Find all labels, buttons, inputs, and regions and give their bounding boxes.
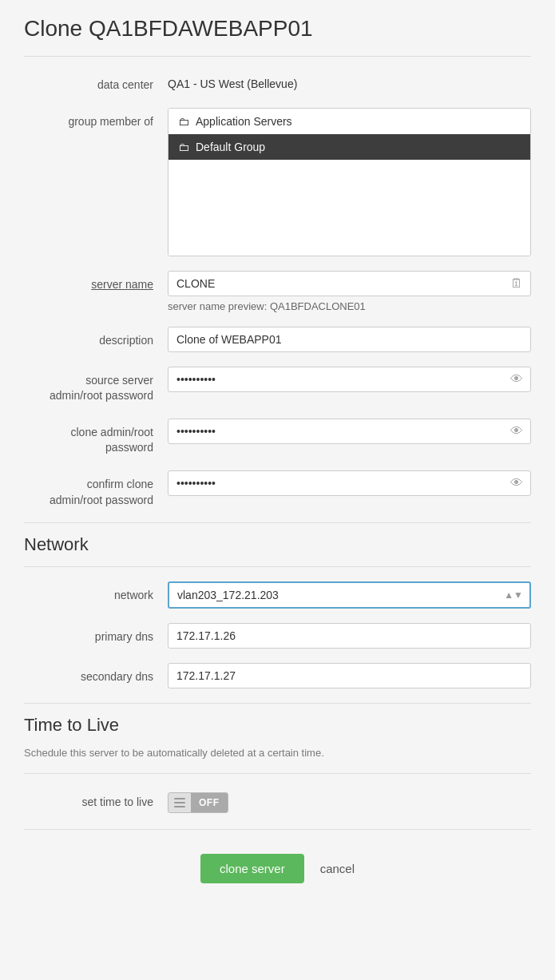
description-label: description [24,327,168,349]
page-title: Clone QA1BFDAWEBAPP01 [24,16,531,42]
group-item-application-servers[interactable]: 🗀 Application Servers [168,109,530,134]
confirm-password-label: confirm clone admin/root password [24,470,168,508]
toggle-bar-2 [174,802,185,803]
confirm-password-row: confirm clone admin/root password 👁 [24,470,531,508]
clone-password-label: clone admin/root password [24,419,168,456]
toggle-wrap: OFF [168,788,531,813]
secondary-dns-row: secondary dns [24,663,531,688]
folder-icon-2: 🗀 [178,141,189,153]
set-ttl-row: set time to live OFF [24,788,531,813]
source-password-wrap: 👁 [168,367,531,392]
ttl-content-divider [24,773,531,774]
secondary-dns-wrap [168,663,531,688]
network-label: network [24,581,168,604]
server-name-input[interactable] [168,271,531,296]
ttl-section: Time to Live Schedule this server to be … [24,715,531,813]
ttl-toggle[interactable]: OFF [168,792,228,813]
form-actions: clone server cancel [24,854,531,883]
calendar-icon[interactable]: 🗓 [510,276,523,291]
actions-divider [24,829,531,830]
set-ttl-label: set time to live [24,788,168,811]
server-name-label[interactable]: server name [24,271,168,293]
cancel-button[interactable]: cancel [320,862,355,875]
group-listbox-empty-space [168,160,530,256]
source-password-input-wrap: 👁 [168,367,531,392]
toggle-bar-3 [174,806,185,807]
toggle-handle [168,795,191,811]
description-wrap [168,327,531,352]
confirm-password-input-wrap: 👁 [168,470,531,496]
group-listbox[interactable]: 🗀 Application Servers 🗀 Default Group [168,108,531,256]
server-name-row: server name 🗓 server name preview: QA1BF… [24,271,531,312]
description-input[interactable] [168,327,531,352]
toggle-bar-1 [174,798,185,799]
secondary-dns-input[interactable] [168,663,531,688]
eye-icon-source[interactable]: 👁 [510,372,523,387]
primary-dns-input[interactable] [168,623,531,649]
eye-icon-clone[interactable]: 👁 [510,424,523,438]
confirm-password-input[interactable] [168,470,531,496]
page-container: Clone QA1BFDAWEBAPP01 data center QA1 - … [0,0,555,915]
network-divider [24,522,531,523]
server-name-preview: server name preview: QA1BFDACLONE01 [168,300,531,312]
network-row: network vlan203_172.21.203 vlan100_172.2… [24,581,531,609]
folder-icon-1: 🗀 [178,115,189,128]
source-password-row: source server admin/root password 👁 [24,367,531,404]
network-section-title: Network [24,534,531,555]
network-select-container: vlan203_172.21.203 vlan100_172.21.100 vl… [168,581,531,609]
network-select[interactable]: vlan203_172.21.203 vlan100_172.21.100 vl… [168,581,531,609]
primary-dns-wrap [168,623,531,649]
clone-password-wrap: 👁 [168,419,531,444]
primary-dns-label: primary dns [24,623,168,645]
ttl-section-title: Time to Live [24,715,531,736]
source-password-label: source server admin/root password [24,367,168,404]
secondary-dns-label: secondary dns [24,663,168,685]
clone-server-button[interactable]: clone server [200,854,304,883]
network-title-divider [24,566,531,567]
primary-dns-row: primary dns [24,623,531,649]
clone-password-input-wrap: 👁 [168,419,531,444]
data-center-label: data center [24,71,168,93]
clone-password-row: clone admin/root password 👁 [24,419,531,456]
network-select-wrap: vlan203_172.21.203 vlan100_172.21.100 vl… [168,581,531,609]
group-member-row: group member of 🗀 Application Servers 🗀 … [24,108,531,256]
group-item-label-2: Default Group [196,141,265,153]
description-row: description [24,327,531,352]
confirm-password-wrap: 👁 [168,470,531,496]
toggle-off-label: OFF [191,793,228,812]
clone-password-input[interactable] [168,419,531,444]
eye-icon-confirm[interactable]: 👁 [510,476,523,490]
server-name-input-wrap: 🗓 [168,271,531,296]
data-center-row: data center QA1 - US West (Bellevue) [24,71,531,93]
group-item-default-group[interactable]: 🗀 Default Group [168,134,530,160]
source-password-input[interactable] [168,367,531,392]
group-listbox-wrap: 🗀 Application Servers 🗀 Default Group [168,108,531,256]
group-member-label: group member of [24,108,168,130]
title-divider [24,56,531,57]
data-center-value: QA1 - US West (Bellevue) [168,71,531,90]
server-name-wrap: 🗓 server name preview: QA1BFDACLONE01 [168,271,531,312]
ttl-description: Schedule this server to be automatically… [24,747,531,759]
ttl-divider [24,703,531,704]
group-item-label-1: Application Servers [196,115,292,128]
